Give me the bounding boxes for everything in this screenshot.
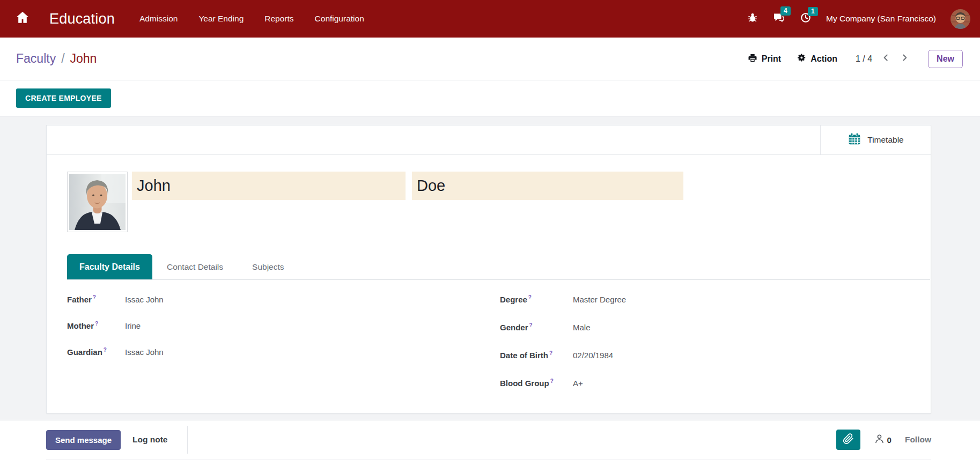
help-icon: ? xyxy=(104,347,107,353)
faculty-form-card: Timetable xyxy=(46,125,931,413)
bug-icon xyxy=(747,12,758,25)
breadcrumb-current-record: John xyxy=(70,51,97,66)
timetable-label: Timetable xyxy=(867,135,903,145)
chatter-divider xyxy=(187,426,188,454)
mother-label: Mother? xyxy=(67,321,98,330)
menu-configuration[interactable]: Configuration xyxy=(315,14,364,24)
chatter-tools: 0 Follow xyxy=(836,430,931,450)
menu-admission[interactable]: Admission xyxy=(139,14,178,24)
top-navbar: Education Admission Year Ending Reports … xyxy=(0,0,980,38)
gender-label: Gender? xyxy=(500,323,533,332)
print-icon xyxy=(748,53,757,65)
field-row-date-of-birth: Date of Birth? 02/20/1984 xyxy=(500,350,626,360)
gear-icon xyxy=(797,53,806,64)
field-row-degree: Degree? Master Degree xyxy=(500,294,626,305)
notebook-tabs: Faculty Details Contact Details Subjects xyxy=(67,254,930,280)
followers-count: 0 xyxy=(887,435,891,445)
debug-button[interactable] xyxy=(747,12,758,25)
help-icon: ? xyxy=(93,294,96,300)
timetable-button[interactable]: Timetable xyxy=(820,125,931,154)
print-label: Print xyxy=(762,54,781,64)
pager: 1 / 4 xyxy=(856,53,910,65)
calendar-icon xyxy=(848,132,861,148)
date-of-birth-label: Date of Birth? xyxy=(500,351,552,360)
guardian-value[interactable]: Issac John xyxy=(125,347,164,357)
user-avatar[interactable] xyxy=(950,9,970,29)
follow-button[interactable]: Follow xyxy=(905,435,931,445)
control-panel: Faculty / John Print xyxy=(0,38,980,80)
chatter-compose-buttons: Send message Log note xyxy=(46,426,188,454)
father-value[interactable]: Issac John xyxy=(125,295,164,304)
faculty-photo[interactable] xyxy=(67,172,128,232)
pager-previous-button[interactable] xyxy=(881,53,891,65)
blood-group-value[interactable]: A+ xyxy=(573,379,583,388)
chatter-toolbar: Send message Log note xyxy=(46,426,931,460)
breadcrumb: Faculty / John xyxy=(16,51,97,66)
messages-button[interactable]: 4 xyxy=(772,11,785,26)
fields-right-column: Degree? Master Degree Gender? Male Date … xyxy=(500,294,626,406)
chatter: Send message Log note xyxy=(0,420,980,466)
tab-contact-details[interactable]: Contact Details xyxy=(152,254,238,279)
last-name-input[interactable]: Doe xyxy=(412,172,683,200)
gender-value[interactable]: Male xyxy=(573,323,591,332)
help-icon: ? xyxy=(528,294,532,300)
new-record-button[interactable]: New xyxy=(928,50,963,68)
menu-year-ending[interactable]: Year Ending xyxy=(198,14,244,24)
form-sheet: John Doe Faculty Details Contact Details… xyxy=(47,155,931,406)
log-note-button[interactable]: Log note xyxy=(132,435,167,445)
systray: 4 1 My Company (San Francisco) xyxy=(747,9,970,29)
action-button[interactable]: Action xyxy=(797,53,837,64)
pager-counter: 1 / 4 xyxy=(856,54,872,64)
main-menu: Admission Year Ending Reports Configurat… xyxy=(139,14,364,24)
degree-label: Degree? xyxy=(500,295,532,304)
help-icon: ? xyxy=(549,350,552,356)
form-statusbar: CREATE EMPLOYEE xyxy=(0,80,980,116)
breadcrumb-faculty-link[interactable]: Faculty xyxy=(16,51,56,66)
pager-next-button[interactable] xyxy=(900,53,910,65)
first-name-input[interactable]: John xyxy=(132,172,406,200)
control-panel-actions: Print Action 1 / 4 xyxy=(748,50,963,68)
action-label: Action xyxy=(810,54,837,64)
name-section: John Doe xyxy=(67,172,931,232)
home-icon xyxy=(15,10,30,27)
company-switcher[interactable]: My Company (San Francisco) xyxy=(826,14,936,24)
app-screen: Education Admission Year Ending Reports … xyxy=(0,0,980,466)
paperclip-icon xyxy=(843,433,854,446)
field-row-blood-group: Blood Group? A+ xyxy=(500,378,626,388)
help-icon: ? xyxy=(550,378,554,384)
faculty-details-panel: Father? Issac John Mother? Irine Guardia… xyxy=(67,294,931,406)
fields-left-column: Father? Issac John Mother? Irine Guardia… xyxy=(67,294,500,406)
activities-badge: 1 xyxy=(808,7,818,16)
name-fields: John Doe xyxy=(132,172,683,232)
activities-button[interactable]: 1 xyxy=(800,12,812,26)
field-row-gender: Gender? Male xyxy=(500,322,626,332)
degree-value[interactable]: Master Degree xyxy=(573,295,626,304)
tab-subjects[interactable]: Subjects xyxy=(238,254,298,279)
help-icon: ? xyxy=(529,322,533,328)
guardian-label: Guardian? xyxy=(67,347,107,357)
blood-group-label: Blood Group? xyxy=(500,379,554,388)
print-button[interactable]: Print xyxy=(748,53,781,65)
menu-reports[interactable]: Reports xyxy=(264,14,293,24)
attach-files-button[interactable] xyxy=(836,430,860,450)
button-box: Timetable xyxy=(47,125,931,155)
send-message-button[interactable]: Send message xyxy=(46,430,121,450)
chevron-left-icon xyxy=(882,54,890,64)
main-content: Timetable xyxy=(0,116,980,420)
breadcrumb-separator: / xyxy=(61,51,64,66)
field-row-father: Father? Issac John xyxy=(67,294,500,305)
app-name[interactable]: Education xyxy=(49,11,115,27)
help-icon: ? xyxy=(95,321,98,327)
tab-faculty-details[interactable]: Faculty Details xyxy=(67,254,152,279)
followers-button[interactable]: 0 xyxy=(874,433,891,447)
date-of-birth-value[interactable]: 02/20/1984 xyxy=(573,351,613,360)
field-row-mother: Mother? Irine xyxy=(67,321,500,331)
home-menu-button[interactable] xyxy=(10,6,35,32)
create-employee-button[interactable]: CREATE EMPLOYEE xyxy=(16,88,111,108)
field-row-guardian: Guardian? Issac John xyxy=(67,347,500,357)
messages-badge: 4 xyxy=(780,6,791,16)
father-label: Father? xyxy=(67,295,96,304)
followers-person-icon xyxy=(874,433,885,447)
chevron-right-icon xyxy=(901,54,909,64)
mother-value[interactable]: Irine xyxy=(125,321,141,330)
